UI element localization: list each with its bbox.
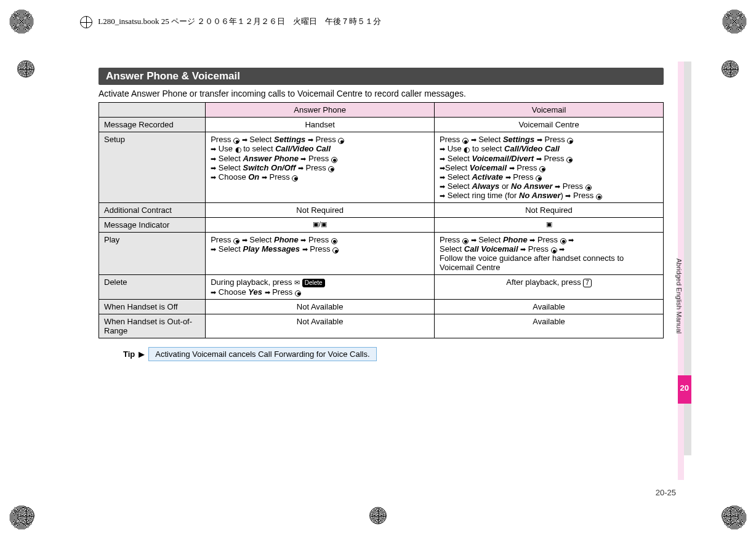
meta-text: L280_insatsu.book 25 ページ ２００６年１２月２６日 火曜日… bbox=[98, 17, 381, 26]
center-key-icon bbox=[292, 175, 298, 182]
arrow-icon: ➡ bbox=[440, 183, 445, 191]
table-row: When Handset is Out-of-Range Not Availab… bbox=[99, 314, 664, 338]
arrow-icon: ➡ bbox=[440, 155, 445, 163]
dpad-icon: ◐ bbox=[235, 145, 241, 154]
cell-voicemail: ▣ bbox=[435, 217, 664, 232]
cell-answer: ▣/▣ bbox=[206, 217, 435, 232]
arrow-icon: ➡ bbox=[520, 246, 526, 254]
tape-icon: ▣ bbox=[313, 220, 319, 228]
cell-voicemail: Available bbox=[435, 299, 664, 314]
center-key-icon bbox=[462, 138, 468, 144]
arrow-icon: ➡ bbox=[440, 192, 445, 200]
registration-mark bbox=[722, 9, 747, 34]
cell-answer: During playback, press ✉ Delete ➡ Choose… bbox=[206, 275, 435, 300]
crop-mark bbox=[17, 507, 34, 524]
arrow-icon: ➡ bbox=[440, 174, 445, 182]
center-key-icon bbox=[331, 238, 337, 244]
center-key-icon bbox=[233, 238, 239, 244]
arrow-icon: ➡ bbox=[440, 164, 445, 172]
center-key-icon bbox=[567, 138, 573, 144]
center-key-icon bbox=[551, 247, 557, 254]
row-head: Setup bbox=[99, 132, 206, 203]
crop-mark bbox=[722, 60, 739, 78]
center-key-icon bbox=[539, 166, 545, 172]
center-key-icon bbox=[328, 166, 334, 172]
center-key-icon bbox=[566, 157, 573, 163]
arrow-icon: ➡ bbox=[471, 236, 477, 244]
arrow-icon: ➡ bbox=[262, 174, 267, 182]
section-intro: Activate Answer Phone or transfer incomi… bbox=[99, 89, 664, 98]
arrow-icon: ➡ bbox=[505, 174, 511, 182]
center-key-icon bbox=[295, 290, 301, 297]
table-row: Message Indicator ▣/▣ ▣ bbox=[99, 217, 664, 232]
table-row: When Handset is Off Not Available Availa… bbox=[99, 299, 664, 314]
table-head-blank bbox=[99, 103, 206, 118]
arrow-icon: ➡ bbox=[211, 164, 216, 172]
center-key-icon bbox=[233, 138, 239, 144]
mail-key-icon: ✉ bbox=[294, 279, 300, 287]
arrow-icon: ➡ bbox=[308, 136, 313, 144]
table-row: Play Press ➡ Select Phone ➡ Press ➡ Sele… bbox=[99, 232, 664, 274]
center-key-icon bbox=[560, 238, 566, 244]
cell-voicemail: Voicemail Centre bbox=[435, 118, 664, 132]
arrow-icon: ➡ bbox=[211, 145, 216, 153]
row-head: Additional Contract bbox=[99, 202, 206, 217]
arrow-icon: ➡ bbox=[298, 164, 304, 172]
cell-answer: Not Available bbox=[206, 314, 435, 338]
table-row: Setup Press ➡ Select Settings ➡ Press ➡ … bbox=[99, 132, 664, 203]
arrow-icon: ➡ bbox=[211, 155, 216, 163]
row-head: Message Indicator bbox=[99, 217, 206, 232]
cell-answer: Press ➡ Select Phone ➡ Press ➡ Select Pl… bbox=[206, 232, 435, 274]
arrow-icon: ➡ bbox=[211, 289, 216, 297]
delete-softkey-icon: Delete bbox=[302, 279, 325, 287]
arrow-icon: ➡ bbox=[555, 183, 560, 191]
cell-answer: Not Available bbox=[206, 299, 435, 314]
arrow-icon: ➡ bbox=[471, 136, 477, 144]
arrow-icon: ➡ bbox=[211, 246, 216, 254]
arrow-icon: ➡ bbox=[242, 236, 247, 244]
meta-bullet-icon bbox=[80, 16, 92, 28]
page-content: Answer Phone & Voicemail Activate Answer… bbox=[99, 68, 664, 361]
cell-voicemail: Press ➡ Select Settings ➡ Press ➡ Use ◐ … bbox=[435, 132, 664, 203]
tip-row: Tip ▶ Activating Voicemail cancels Call … bbox=[99, 347, 664, 361]
cell-voicemail: After playback, press 7 bbox=[435, 275, 664, 300]
side-tab: Abridged English Manual 20 bbox=[678, 62, 691, 480]
crop-mark bbox=[17, 60, 34, 78]
arrow-icon: ➡ bbox=[509, 164, 515, 172]
arrow-icon: ➡ bbox=[211, 174, 216, 182]
center-key-icon bbox=[462, 238, 468, 244]
cell-voicemail: Press ➡ Select Phone ➡ Press ➡ Select Ca… bbox=[435, 232, 664, 274]
tip-text: Activating Voicemail cancels Call Forwar… bbox=[148, 347, 376, 361]
row-head: When Handset is Out-of-Range bbox=[99, 314, 206, 338]
center-key-icon bbox=[585, 185, 592, 191]
arrow-icon: ➡ bbox=[529, 236, 535, 244]
table-col-voicemail: Voicemail bbox=[435, 103, 664, 118]
side-tab-label: Abridged English Manual bbox=[675, 258, 683, 333]
center-key-icon bbox=[536, 175, 542, 182]
arrow-icon: ➡ bbox=[536, 155, 542, 163]
tip-arrow-icon: ▶ bbox=[139, 349, 145, 359]
arrow-icon: ➡ bbox=[242, 136, 247, 144]
arrow-icon: ➡ bbox=[265, 289, 270, 297]
print-meta-line: L280_insatsu.book 25 ページ ２００６年１２月２６日 火曜日… bbox=[80, 16, 381, 28]
row-head: Play bbox=[99, 232, 206, 274]
section-title: Answer Phone & Voicemail bbox=[99, 68, 664, 85]
cell-answer: Not Required bbox=[206, 202, 435, 217]
page-number: 20-25 bbox=[656, 488, 676, 497]
tape-icon: ▣ bbox=[546, 220, 552, 228]
dpad-icon: ◐ bbox=[464, 145, 470, 154]
crop-mark bbox=[369, 507, 387, 524]
table-col-answer: Answer Phone bbox=[206, 103, 435, 118]
chapter-number: 20 bbox=[680, 383, 689, 393]
arrow-icon: ➡ bbox=[559, 246, 565, 254]
arrow-icon: ➡ bbox=[568, 236, 574, 244]
arrow-icon: ➡ bbox=[302, 246, 308, 254]
row-head: Delete bbox=[99, 275, 206, 300]
cell-voicemail: Not Required bbox=[435, 202, 664, 217]
registration-mark bbox=[9, 9, 34, 34]
center-key-icon bbox=[331, 157, 337, 163]
center-key-icon bbox=[596, 194, 602, 200]
cell-answer: Handset bbox=[206, 118, 435, 132]
table-row: Additional Contract Not Required Not Req… bbox=[99, 202, 664, 217]
arrow-icon: ➡ bbox=[537, 136, 542, 144]
